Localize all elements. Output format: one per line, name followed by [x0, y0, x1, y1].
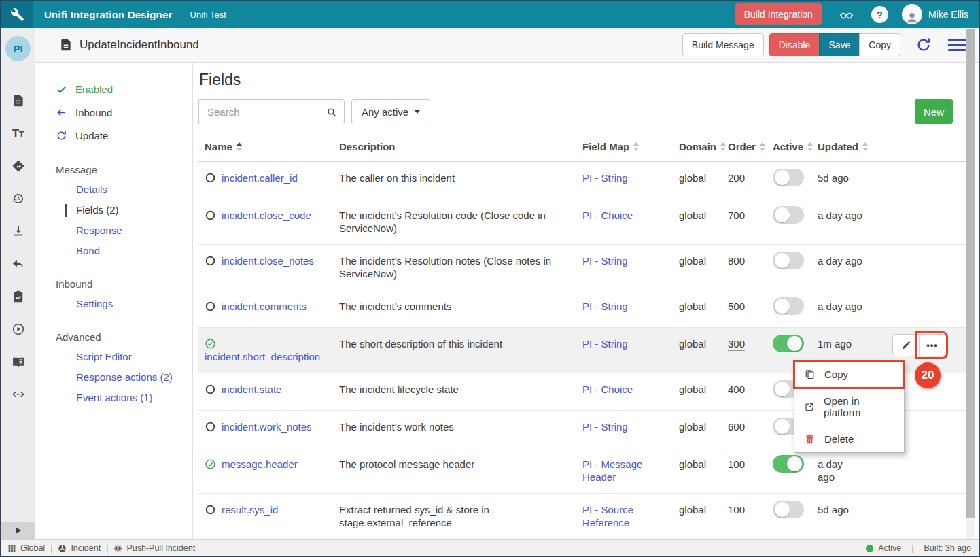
field-name-link[interactable]: incident.state: [222, 384, 281, 395]
sidebar-item-settings[interactable]: Settings: [56, 294, 192, 314]
status-bar-global[interactable]: Global: [7, 543, 45, 553]
build-integration-button[interactable]: Build Integration: [735, 3, 822, 25]
nav-section-inbound: InboundSettings: [56, 273, 192, 314]
field-name-link[interactable]: incident.comments: [222, 301, 307, 312]
active-toggle[interactable]: [773, 335, 804, 352]
build-message-button[interactable]: Build Message: [682, 33, 764, 56]
row-actions-cell: [892, 300, 970, 318]
sort-arrows-icon: [760, 142, 765, 151]
save-button[interactable]: Save: [819, 33, 860, 56]
field-name-cell: incident.caller_id: [205, 171, 339, 189]
sidebar-item-response[interactable]: Response: [56, 220, 192, 241]
rail-item-text-format[interactable]: TT: [11, 126, 26, 140]
user-menu[interactable]: Mike Ellis: [902, 4, 968, 24]
field-map-link[interactable]: PI - String: [582, 421, 628, 433]
status-bar-label: Incident: [71, 543, 101, 553]
refresh-icon[interactable]: [915, 37, 932, 53]
field-map-cell: PI - Message Header: [582, 458, 679, 484]
sidebar-item-bond[interactable]: Bond: [56, 241, 192, 261]
circle-icon: [205, 384, 216, 395]
context-menu-item-copy[interactable]: Copy: [794, 361, 904, 388]
table-row: incident.close_notesThe incident's Resol…: [198, 245, 970, 290]
disable-button[interactable]: Disable: [769, 33, 820, 56]
new-field-button[interactable]: New: [915, 99, 953, 124]
order-editable-value[interactable]: 100: [728, 458, 745, 471]
rail-item-task-check[interactable]: [11, 290, 26, 303]
field-order: 700: [728, 209, 773, 235]
order-editable-value[interactable]: 300: [728, 338, 745, 351]
column-header-order[interactable]: Order: [728, 141, 773, 152]
active-toggle[interactable]: [773, 169, 804, 186]
field-map-link[interactable]: PI - String: [582, 301, 628, 312]
rail-item-code[interactable]: [11, 388, 26, 401]
sidebar-item-response-actions-2[interactable]: Response actions (2): [56, 367, 192, 388]
status-bar-incident[interactable]: Incident: [58, 543, 101, 553]
app-logo: [1, 1, 33, 28]
context-menu-item-delete[interactable]: Delete: [794, 426, 904, 452]
field-name-cell: incident.work_notes: [205, 420, 339, 438]
active-toggle[interactable]: [773, 455, 804, 473]
status-bar-push-pull-incident[interactable]: Push-Pull Incident: [113, 543, 195, 553]
field-map-cell: PI - String: [582, 254, 679, 280]
trash-icon: [804, 433, 816, 445]
rail-item-book[interactable]: [11, 355, 26, 369]
field-name-cell: incident.close_notes: [205, 254, 339, 280]
field-name-link[interactable]: incident.short_description: [205, 351, 320, 362]
sidebar-item-details[interactable]: Details: [56, 180, 192, 200]
column-header-updated[interactable]: Updated: [818, 141, 892, 152]
field-map-cell: PI - Choice: [582, 383, 679, 401]
field-name-link[interactable]: result.sys_id: [222, 504, 278, 516]
field-name-cell: incident.close_code: [205, 209, 339, 235]
rail-item-play-circle[interactable]: [11, 322, 26, 336]
copy-button[interactable]: Copy: [859, 33, 900, 56]
menu-icon[interactable]: [948, 39, 966, 51]
expand-rail-button[interactable]: [1, 522, 35, 539]
order-value: 500: [728, 301, 745, 312]
search-button[interactable]: [319, 99, 345, 124]
edit-field-button[interactable]: [893, 335, 919, 356]
field-name-link[interactable]: incident.close_code: [222, 209, 311, 221]
app-title: Unifi Integration Designer: [44, 9, 173, 20]
field-map-link[interactable]: PI - Message Header: [582, 458, 642, 483]
context-menu-item-open-in-platform[interactable]: Open in platform: [794, 388, 904, 426]
rail-item-reply[interactable]: [11, 257, 26, 271]
nav-status-update: Update: [56, 124, 192, 147]
help-icon[interactable]: ?: [871, 6, 888, 23]
column-header-active[interactable]: Active: [773, 141, 818, 152]
field-domain: global: [679, 420, 728, 438]
glasses-icon[interactable]: [835, 7, 858, 22]
field-map-link[interactable]: PI - Choice: [582, 209, 633, 221]
search-input[interactable]: [198, 99, 319, 124]
rail-item-file[interactable]: [11, 94, 26, 107]
field-map-link[interactable]: PI - String: [582, 338, 628, 350]
sidebar-item-script-editor[interactable]: Script Editor: [56, 347, 192, 367]
active-toggle[interactable]: [773, 297, 804, 315]
sidebar-item-event-actions-1[interactable]: Event actions (1): [56, 388, 192, 408]
field-name-link[interactable]: message.header: [222, 458, 298, 470]
column-header-field-map[interactable]: Field Map: [582, 141, 679, 152]
field-name-link[interactable]: incident.close_notes: [222, 255, 314, 267]
field-name-link[interactable]: incident.work_notes: [222, 421, 312, 433]
column-header-domain[interactable]: Domain: [679, 141, 728, 152]
field-map-link[interactable]: PI - String: [582, 255, 628, 267]
field-map-link[interactable]: PI - Choice: [582, 384, 633, 395]
download-icon: [12, 224, 25, 238]
annotation-step-badge: 20: [915, 362, 941, 388]
menu-item-label: Open in platform: [824, 395, 894, 418]
integration-avatar: PI: [5, 36, 31, 61]
rail-item-history[interactable]: [11, 192, 26, 205]
field-map-link[interactable]: PI - Source Reference: [582, 504, 633, 528]
field-name-link[interactable]: incident.caller_id: [222, 172, 298, 184]
sidebar-item-fields-2[interactable]: Fields (2): [56, 200, 192, 220]
rail-item-download[interactable]: [11, 224, 26, 238]
active-toggle[interactable]: [773, 206, 804, 224]
active-filter-dropdown[interactable]: Any active: [351, 99, 430, 124]
column-header-name[interactable]: Name: [205, 141, 339, 152]
row-menu-button[interactable]: •••: [919, 335, 945, 356]
active-toggle[interactable]: [773, 252, 804, 269]
rail-item-route[interactable]: [11, 159, 26, 173]
scrollbar-thumb[interactable]: [966, 29, 975, 518]
column-label: Domain: [679, 141, 716, 152]
active-toggle[interactable]: [773, 501, 804, 518]
field-map-link[interactable]: PI - String: [582, 172, 628, 184]
